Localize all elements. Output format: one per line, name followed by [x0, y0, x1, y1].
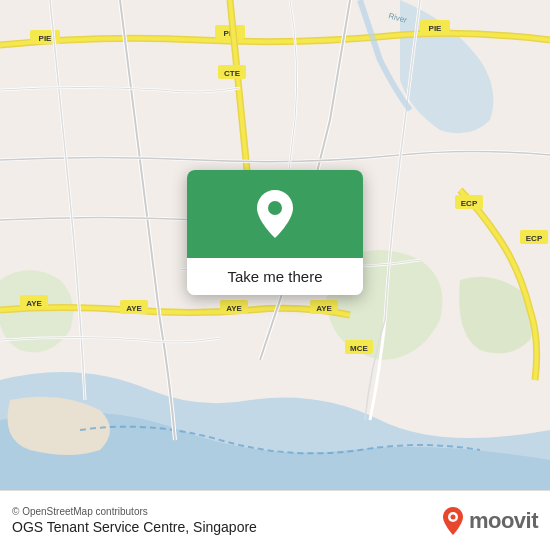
map-view: PIE PIE PIE CTE AYE AYE AYE AYE ECP ECP … — [0, 0, 550, 490]
svg-text:ECP: ECP — [461, 199, 478, 208]
moovit-pin-icon — [441, 506, 465, 536]
svg-text:AYE: AYE — [316, 304, 332, 313]
location-pin-icon — [253, 188, 297, 240]
bottom-info-bar: © OpenStreetMap contributors OGS Tenant … — [0, 490, 550, 550]
take-me-there-button[interactable]: Take me there — [187, 258, 363, 295]
moovit-wordmark: moovit — [469, 508, 538, 534]
location-info: © OpenStreetMap contributors OGS Tenant … — [12, 506, 257, 535]
svg-text:AYE: AYE — [126, 304, 142, 313]
osm-attribution: © OpenStreetMap contributors — [12, 506, 257, 517]
svg-point-28 — [450, 514, 455, 519]
svg-text:PIE: PIE — [39, 34, 53, 43]
svg-text:PIE: PIE — [429, 24, 443, 33]
navigation-card: Take me there — [187, 170, 363, 295]
svg-point-26 — [268, 201, 282, 215]
location-name: OGS Tenant Service Centre, Singapore — [12, 519, 257, 535]
card-green-area — [187, 170, 363, 258]
moovit-logo: moovit — [441, 506, 538, 536]
svg-text:AYE: AYE — [26, 299, 42, 308]
svg-text:MCE: MCE — [350, 344, 368, 353]
svg-text:AYE: AYE — [226, 304, 242, 313]
svg-text:CTE: CTE — [224, 69, 241, 78]
svg-text:ECP: ECP — [526, 234, 543, 243]
